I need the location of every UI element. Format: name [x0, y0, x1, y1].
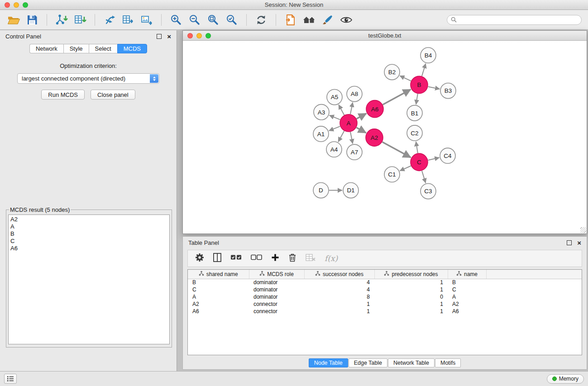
- delete-icon[interactable]: [288, 253, 296, 264]
- edge-B-B4[interactable]: [422, 63, 426, 76]
- cell-name[interactable]: C: [448, 286, 486, 293]
- edge-A-A1[interactable]: [329, 126, 340, 131]
- tab-edge-table[interactable]: Edge Table: [349, 358, 387, 367]
- select-all-icon[interactable]: [230, 254, 242, 262]
- close-panel-button[interactable]: Close panel: [91, 90, 135, 100]
- node-D1[interactable]: D1: [343, 182, 359, 198]
- float-panel-icon[interactable]: [157, 34, 162, 39]
- table-row[interactable]: Cdominator41C: [188, 286, 582, 293]
- import-network-file-icon[interactable]: [54, 13, 69, 27]
- cell-MCDS-role[interactable]: connector: [249, 300, 304, 308]
- table-row[interactable]: Bdominator41B: [188, 279, 582, 286]
- cell-successor-nodes[interactable]: 1: [304, 308, 374, 315]
- edge-B-B2[interactable]: [400, 76, 411, 81]
- split-column-icon[interactable]: [213, 253, 221, 264]
- node-B[interactable]: B: [411, 76, 428, 93]
- edge-B-B3[interactable]: [428, 86, 440, 89]
- export-table-icon[interactable]: [121, 13, 135, 27]
- tab-network-table[interactable]: Network Table: [388, 358, 435, 367]
- edge-A2-C[interactable]: [382, 142, 411, 157]
- zoom-out-icon[interactable]: [187, 13, 202, 27]
- gear-icon[interactable]: [195, 253, 204, 264]
- cell-shared-name[interactable]: A6: [188, 308, 249, 315]
- node-A6[interactable]: A6: [366, 100, 383, 118]
- network-graph[interactable]: B4B2BB3A5A8A6B1A3AC2A1A2A4A7C4CC1C3DD1: [183, 41, 587, 234]
- cell-shared-name[interactable]: C: [188, 286, 249, 293]
- close-window-icon[interactable]: [187, 33, 193, 38]
- edge-A-A2[interactable]: [356, 128, 366, 133]
- cell-predecessor-nodes[interactable]: 1: [374, 308, 448, 315]
- node-A[interactable]: A: [340, 114, 357, 132]
- minimize-window-icon[interactable]: [196, 33, 202, 38]
- export-network-icon[interactable]: [102, 13, 117, 27]
- column-header-shared-name[interactable]: shared name: [188, 270, 249, 279]
- snapshot-icon[interactable]: [283, 13, 298, 27]
- cell-successor-nodes[interactable]: 4: [304, 286, 374, 293]
- zoom-fit-icon[interactable]: [206, 13, 220, 27]
- zoom-selected-icon[interactable]: [225, 13, 239, 27]
- node-B2[interactable]: B2: [384, 64, 400, 80]
- cell-name[interactable]: A: [448, 293, 486, 300]
- search-field[interactable]: [447, 15, 582, 25]
- edge-C-C4[interactable]: [428, 157, 440, 160]
- minimize-window-icon[interactable]: [14, 2, 19, 8]
- node-A1[interactable]: A1: [313, 126, 329, 142]
- tab-node-table[interactable]: Node Table: [309, 358, 348, 367]
- cell-successor-nodes[interactable]: 8: [304, 293, 374, 300]
- style-brush-icon[interactable]: [320, 13, 335, 27]
- node-A7[interactable]: A7: [347, 144, 362, 160]
- cell-successor-nodes[interactable]: 1: [304, 300, 374, 308]
- node-B3[interactable]: B3: [440, 83, 456, 98]
- node-A2[interactable]: A2: [366, 129, 383, 146]
- close-panel-icon[interactable]: ×: [577, 240, 581, 245]
- mcds-result-list[interactable]: A2ABCA6: [8, 214, 170, 344]
- edge-A-A7[interactable]: [350, 132, 353, 144]
- node-B4[interactable]: B4: [421, 48, 436, 63]
- zoom-window-icon[interactable]: [23, 2, 28, 8]
- node-D[interactable]: D: [313, 182, 329, 198]
- float-panel-icon[interactable]: [567, 240, 572, 245]
- node-C[interactable]: C: [411, 153, 428, 171]
- column-header-MCDS-role[interactable]: MCDS role: [249, 270, 304, 279]
- column-header-name[interactable]: name: [448, 270, 486, 279]
- node-A5[interactable]: A5: [327, 90, 342, 105]
- cell-name[interactable]: A2: [448, 300, 486, 308]
- edge-C-C3[interactable]: [422, 171, 425, 183]
- edge-C-C1[interactable]: [400, 166, 411, 171]
- edge-A-A4[interactable]: [338, 131, 344, 142]
- cell-MCDS-role[interactable]: dominator: [249, 293, 304, 300]
- save-session-icon[interactable]: [25, 13, 39, 27]
- result-item[interactable]: A6: [10, 245, 167, 252]
- tab-style[interactable]: Style: [63, 44, 89, 53]
- result-item[interactable]: A: [10, 223, 167, 230]
- node-A4[interactable]: A4: [326, 142, 342, 157]
- cell-predecessor-nodes[interactable]: 1: [374, 300, 448, 308]
- cell-shared-name[interactable]: A2: [188, 300, 249, 308]
- run-mcds-button[interactable]: Run MCDS: [41, 90, 85, 100]
- tab-network[interactable]: Network: [29, 44, 63, 53]
- tab-mcds[interactable]: MCDS: [117, 44, 147, 53]
- zoom-window-icon[interactable]: [206, 33, 211, 38]
- cell-shared-name[interactable]: B: [188, 279, 249, 286]
- cell-MCDS-role[interactable]: connector: [249, 308, 304, 315]
- cell-predecessor-nodes[interactable]: 0: [374, 293, 448, 300]
- result-item[interactable]: C: [10, 238, 167, 245]
- edge-A-A5[interactable]: [339, 105, 344, 115]
- column-header-successor-nodes[interactable]: successor nodes: [304, 270, 374, 279]
- node-C3[interactable]: C3: [421, 183, 436, 199]
- table-row[interactable]: Adominator80A: [188, 293, 582, 300]
- close-panel-icon[interactable]: ×: [167, 34, 171, 39]
- deselect-all-icon[interactable]: [251, 254, 262, 262]
- zoom-in-icon[interactable]: [169, 13, 183, 27]
- cell-MCDS-role[interactable]: dominator: [249, 279, 304, 286]
- node-C1[interactable]: C1: [384, 167, 400, 182]
- tab-motifs[interactable]: Motifs: [435, 358, 461, 367]
- memory-button[interactable]: Memory: [547, 374, 584, 384]
- close-window-icon[interactable]: [5, 2, 10, 8]
- refresh-icon[interactable]: [254, 13, 268, 27]
- node-A3[interactable]: A3: [314, 105, 329, 120]
- cell-name[interactable]: B: [448, 279, 486, 286]
- resize-grip[interactable]: [580, 227, 586, 233]
- edge-A6-B[interactable]: [383, 90, 411, 105]
- edge-A-A8[interactable]: [350, 102, 353, 114]
